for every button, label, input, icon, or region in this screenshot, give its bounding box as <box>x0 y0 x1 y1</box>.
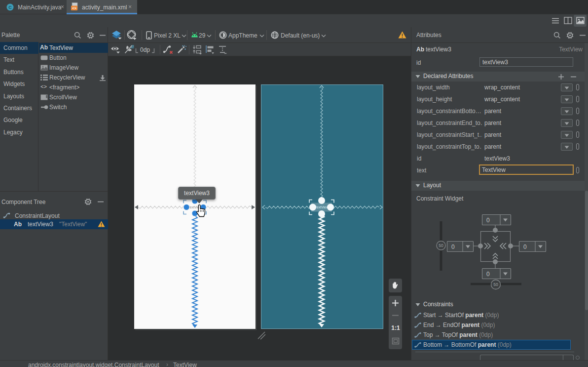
svg-text:0: 0 <box>486 217 490 224</box>
svg-text:0: 0 <box>486 271 490 278</box>
svg-text:0dp: 0dp <box>140 46 150 53</box>
svg-text:50: 50 <box>439 243 443 248</box>
svg-text:50: 50 <box>493 282 498 287</box>
svg-text:C: C <box>8 5 12 10</box>
svg-text:0: 0 <box>451 244 455 250</box>
svg-text:<>: <> <box>72 6 77 10</box>
svg-text:TextView: TextView <box>315 205 329 209</box>
svg-text:0: 0 <box>523 244 527 250</box>
